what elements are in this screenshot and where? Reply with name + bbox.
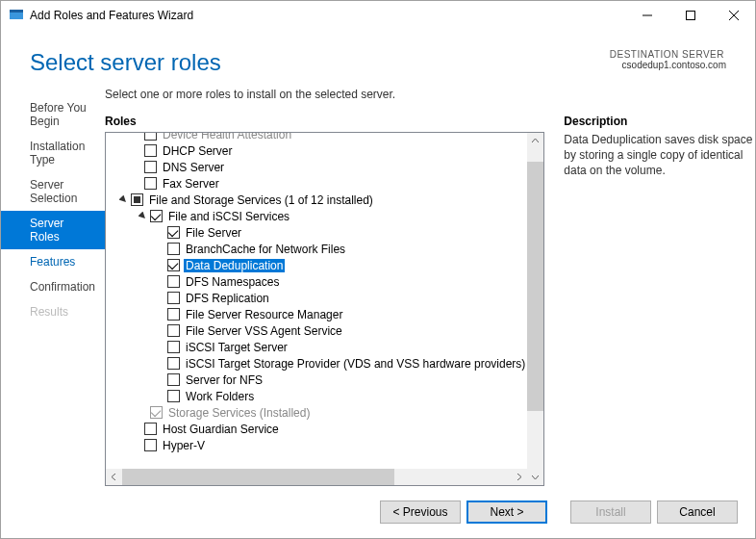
description-heading: Description (564, 115, 755, 128)
role-item-label: File and iSCSI Services (166, 210, 291, 223)
step-before-you-begin[interactable]: Before You Begin (1, 95, 105, 134)
wizard-steps-sidebar: Before You Begin Installation Type Serve… (1, 86, 105, 486)
scroll-right-icon[interactable] (511, 469, 527, 485)
titlebar: Add Roles and Features Wizard (1, 1, 755, 30)
scroll-left-icon[interactable] (106, 469, 122, 485)
svg-rect-1 (10, 10, 23, 13)
checkbox[interactable] (167, 341, 180, 353)
cancel-button[interactable]: Cancel (657, 500, 738, 524)
role-item-label: Work Folders (184, 390, 256, 403)
role-item-label: File Server Resource Manager (184, 308, 344, 321)
checkbox[interactable] (144, 133, 157, 141)
checkbox[interactable] (167, 357, 180, 370)
role-item-label: iSCSI Target Storage Provider (VDS and V… (184, 357, 527, 371)
previous-button[interactable]: < Previous (380, 500, 461, 524)
role-item-label: File Server VSS Agent Service (184, 324, 344, 338)
scroll-down-icon[interactable] (527, 469, 543, 485)
scroll-up-icon[interactable] (527, 133, 543, 149)
checkbox[interactable] (167, 308, 180, 321)
roles-heading: Roles (105, 115, 544, 128)
step-server-selection[interactable]: Server Selection (1, 172, 105, 211)
svg-rect-3 (686, 12, 694, 20)
expander-open-icon[interactable] (117, 194, 129, 206)
checkbox-checked[interactable] (150, 210, 163, 222)
checkbox[interactable] (144, 423, 157, 435)
footer-buttons: < Previous Next > Install Cancel (1, 486, 755, 538)
close-button[interactable] (712, 1, 755, 30)
checkbox-partial[interactable] (131, 193, 143, 206)
checkbox[interactable] (167, 292, 180, 304)
checkbox[interactable] (167, 275, 180, 288)
roles-tree-container: Device Health Attestation DHCP Server DN… (105, 132, 544, 486)
role-item-label: DFS Replication (184, 292, 271, 305)
destination-server: csodedup1.contoso.com (608, 60, 726, 70)
instruction-text: Select one or more roles to install on t… (105, 88, 755, 101)
role-item-label: Server for NFS (184, 373, 265, 387)
destination-label: DESTINATION SERVER (608, 49, 726, 60)
checkbox-checked[interactable] (167, 226, 180, 239)
role-item-label: Hyper-V (161, 439, 207, 452)
checkbox[interactable] (167, 324, 180, 337)
vertical-scrollbar[interactable] (527, 133, 543, 485)
description-text: Data Deduplication saves disk space by s… (564, 132, 755, 179)
destination-info: DESTINATION SERVER csodedup1.contoso.com (608, 49, 726, 70)
role-item-label: iSCSI Target Server (184, 341, 290, 354)
header: Select server roles DESTINATION SERVER c… (1, 30, 755, 86)
step-server-roles[interactable]: Server Roles (1, 211, 105, 249)
role-item-label-selected: Data Deduplication (184, 259, 285, 272)
next-button[interactable]: Next > (466, 500, 547, 524)
checkbox[interactable] (167, 390, 180, 402)
step-confirmation[interactable]: Confirmation (1, 274, 105, 299)
checkbox[interactable] (144, 439, 157, 451)
checkbox[interactable] (167, 373, 180, 386)
role-item-label: File Server (184, 226, 243, 240)
role-item-label: Storage Services (Installed) (166, 406, 312, 420)
checkbox-disabled-checked (150, 406, 163, 419)
role-item-label: DNS Server (161, 161, 226, 174)
expander-open-icon[interactable] (137, 211, 148, 222)
step-features[interactable]: Features (1, 249, 105, 274)
roles-tree[interactable]: Device Health Attestation DHCP Server DN… (106, 133, 527, 469)
install-button: Install (570, 500, 651, 524)
step-results: Results (1, 299, 105, 324)
role-item-label: DFS Namespaces (184, 275, 281, 289)
page-title: Select server roles (30, 49, 608, 76)
checkbox[interactable] (144, 144, 157, 157)
step-installation-type[interactable]: Installation Type (1, 134, 105, 172)
window-title: Add Roles and Features Wizard (30, 9, 625, 22)
role-item-label: File and Storage Services (1 of 12 insta… (147, 193, 375, 207)
role-item-label: DHCP Server (161, 144, 234, 158)
checkbox[interactable] (167, 243, 180, 255)
role-item-label: BranchCache for Network Files (184, 243, 347, 256)
role-item-label: Host Guardian Service (161, 423, 281, 436)
app-icon (9, 8, 24, 23)
checkbox-checked[interactable] (167, 259, 180, 271)
minimize-button[interactable] (625, 1, 668, 30)
role-item-label: Device Health Attestation (161, 133, 293, 141)
role-item-label: Fax Server (161, 177, 221, 191)
horizontal-scrollbar[interactable] (106, 469, 527, 485)
checkbox[interactable] (144, 161, 157, 173)
checkbox[interactable] (144, 177, 157, 190)
maximize-button[interactable] (668, 1, 712, 30)
